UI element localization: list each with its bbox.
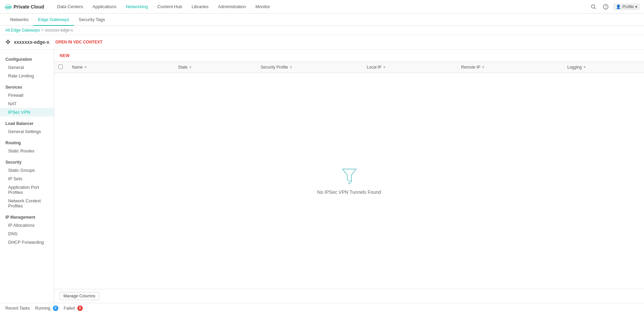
content-right: NEW Name ▼ <box>54 50 644 303</box>
sidebar-item-dns[interactable]: DNS <box>0 229 54 238</box>
table-footer: Manage Columns <box>54 289 644 303</box>
security-filter-icon: ▼ <box>289 66 292 69</box>
running-status: Running 0 <box>35 306 58 311</box>
sidebar-item-app-port-profiles[interactable]: Application Port Profiles <box>0 183 54 197</box>
help-button[interactable]: ? <box>601 2 610 12</box>
sidebar-item-rate-limiting[interactable]: Rate Limiting <box>0 72 54 80</box>
sidebar-section-routing: Routing <box>0 136 54 147</box>
content-body: NEW Name ▼ <box>54 50 644 303</box>
sidebar-section-services: Services <box>0 80 54 91</box>
svg-text:colt: colt <box>5 5 12 9</box>
col-header-name: Name ▼ <box>68 62 174 73</box>
product-name: Private Cloud <box>14 4 44 10</box>
failed-count-badge: 0 <box>77 306 83 311</box>
svg-text:?: ? <box>605 5 607 9</box>
col-local-filter[interactable]: Local IP ▼ <box>367 65 386 70</box>
manage-columns-button[interactable]: Manage Columns <box>60 292 99 300</box>
recent-tasks-label: Recent Tasks <box>5 306 30 311</box>
running-count-badge: 0 <box>53 306 58 311</box>
col-header-logging: Logging ▼ <box>563 62 644 73</box>
nav-networking[interactable]: Networking <box>121 0 153 14</box>
user-profile-label: Profile <box>622 4 634 9</box>
content-toolbar: NEW <box>54 50 644 61</box>
local-filter-icon: ▼ <box>383 66 386 69</box>
top-nav: colt Private Cloud Data Centers Applicat… <box>0 0 644 14</box>
page-header: ✥ xxxxxxx-edge-x OPEN IN VDC CONTEXT <box>0 35 644 50</box>
new-button[interactable]: NEW <box>60 53 70 58</box>
breadcrumb-link[interactable]: All Edge Gateways <box>5 28 40 33</box>
nav-libraries[interactable]: Libraries <box>187 0 213 14</box>
open-vdc-link[interactable]: OPEN IN VDC CONTEXT <box>55 40 102 44</box>
table-wrapper: Name ▼ State ▼ <box>54 61 644 289</box>
col-header-security-profile: Security Profile ▼ <box>256 62 363 73</box>
empty-state-text: No IPSec VPN Tunnels Found <box>317 189 381 195</box>
sidebar-section-loadbalancer: Load Balancer <box>0 116 54 127</box>
sidebar-section-ip-management: IP Management <box>0 210 54 221</box>
search-button[interactable] <box>589 2 598 12</box>
name-filter-icon: ▼ <box>84 66 87 69</box>
tab-networks[interactable]: Networks <box>5 14 33 26</box>
running-label: Running <box>35 306 51 310</box>
state-filter-icon: ▼ <box>189 66 192 69</box>
sidebar-section-configuration: Configuration <box>0 52 54 63</box>
logging-filter-icon: ▼ <box>583 66 586 69</box>
sidebar-item-dhcp-forwarding[interactable]: DHCP Forwarding <box>0 238 54 246</box>
ipsec-vpn-table: Name ▼ State ▼ <box>54 61 644 73</box>
sidebar-item-static-routes[interactable]: Static Routes <box>0 147 54 155</box>
col-name-filter[interactable]: Name ▼ <box>72 65 87 70</box>
sidebar-item-firewall[interactable]: Firewall <box>0 91 54 99</box>
page-title: xxxxxxx-edge-x <box>14 39 49 45</box>
main-area: Configuration General Rate Limiting Serv… <box>0 50 644 303</box>
nav-datacenters[interactable]: Data Centers <box>52 0 88 14</box>
sidebar: Configuration General Rate Limiting Serv… <box>0 50 54 303</box>
breadcrumb-current: xxxxxxx-edge-x <box>45 28 73 33</box>
svg-point-2 <box>591 5 595 8</box>
status-bar: Recent Tasks Running 0 Failed 0 <box>0 303 644 313</box>
col-logging-filter[interactable]: Logging ▼ <box>567 65 586 70</box>
remote-filter-icon: ▼ <box>482 66 485 69</box>
logo-area: colt Private Cloud <box>4 3 44 11</box>
nav-right: ? 👤 Profile ▾ <box>589 2 640 12</box>
col-header-local-ip: Local IP ▼ <box>363 62 457 73</box>
sidebar-item-ip-allocations[interactable]: IP Allocations <box>0 221 54 229</box>
tab-edge-gateways[interactable]: Edge Gateways <box>33 14 74 26</box>
sidebar-section-security: Security <box>0 155 54 166</box>
empty-state: No IPSec VPN Tunnels Found <box>54 73 644 289</box>
failed-status: Failed 0 <box>64 306 83 311</box>
sidebar-item-general-settings[interactable]: General Settings <box>0 127 54 136</box>
nav-applications[interactable]: Applications <box>88 0 121 14</box>
col-header-remote-ip: Remote IP ▼ <box>457 62 563 73</box>
table-header-row: Name ▼ State ▼ <box>54 62 644 73</box>
user-menu[interactable]: 👤 Profile ▾ <box>613 3 640 10</box>
sidebar-item-ipsec-vpn[interactable]: IPSec VPN <box>0 108 54 116</box>
sidebar-item-general[interactable]: General <box>0 63 54 72</box>
empty-funnel-icon <box>341 167 357 185</box>
select-all-checkbox[interactable] <box>58 65 63 69</box>
user-avatar-icon: 👤 <box>616 4 621 9</box>
col-security-filter[interactable]: Security Profile ▼ <box>260 65 292 70</box>
user-dropdown-icon: ▾ <box>635 4 637 9</box>
breadcrumb: All Edge Gateways > xxxxxxx-edge-x <box>0 26 644 35</box>
colt-logo-icon: colt <box>4 3 12 11</box>
sidebar-item-nat[interactable]: NAT <box>0 99 54 108</box>
sidebar-item-ip-sets[interactable]: IP Sets <box>0 174 54 183</box>
nav-monitor[interactable]: Monitor <box>251 0 275 14</box>
svg-point-6 <box>348 182 350 184</box>
main-nav: Data Centers Applications Networking Con… <box>52 0 589 14</box>
failed-label: Failed <box>64 306 75 310</box>
col-remote-filter[interactable]: Remote IP ▼ <box>461 65 485 70</box>
col-state-filter[interactable]: State ▼ <box>178 65 192 70</box>
tab-security-tags[interactable]: Security Tags <box>74 14 110 26</box>
svg-line-3 <box>594 8 596 9</box>
sidebar-item-network-context-profiles[interactable]: Network Context Profiles <box>0 197 54 210</box>
nav-administration[interactable]: Administration <box>213 0 251 14</box>
sub-nav: Networks Edge Gateways Security Tags <box>0 14 644 26</box>
sidebar-item-static-groups[interactable]: Static Groups <box>0 166 54 174</box>
col-header-state: State ▼ <box>174 62 256 73</box>
col-checkbox <box>54 62 68 73</box>
breadcrumb-separator: > <box>41 28 43 33</box>
move-icon: ✥ <box>5 38 11 46</box>
nav-contenthub[interactable]: Content Hub <box>153 0 187 14</box>
